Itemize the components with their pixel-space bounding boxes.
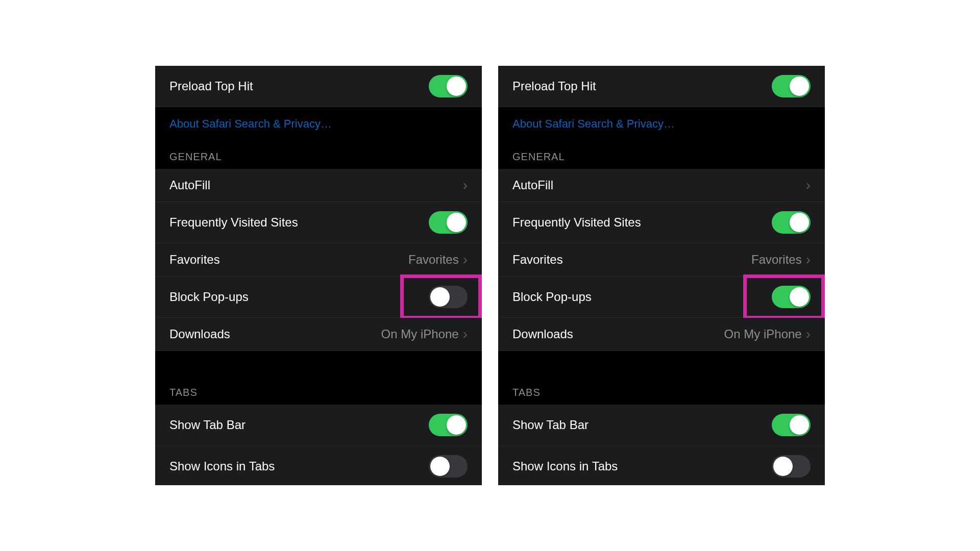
show_icons-toggle[interactable] — [772, 455, 811, 478]
autofill-row[interactable]: AutoFill› — [498, 169, 825, 202]
downloads-value: On My iPhone — [381, 327, 459, 341]
general_header: GENERAL — [498, 136, 825, 169]
toggle-knob — [430, 457, 450, 476]
downloads-row[interactable]: DownloadsOn My iPhone› — [498, 318, 825, 351]
show_tab_bar-row: Show Tab Bar — [155, 405, 482, 446]
preload_top_hit-toggle[interactable] — [429, 75, 468, 97]
preload_top_hit-row: Preload Top Hit — [498, 66, 825, 107]
block_popups-row: Block Pop-ups — [155, 277, 482, 318]
block_popups-right — [772, 286, 811, 308]
show_tab_bar-label: Show Tab Bar — [169, 418, 246, 432]
freq_visited-toggle[interactable] — [772, 211, 811, 234]
toggle-knob — [773, 457, 793, 476]
show_tab_bar-label: Show Tab Bar — [512, 418, 589, 432]
favorites-right: Favorites› — [408, 253, 468, 267]
favorites-right: Favorites› — [751, 253, 811, 267]
toggle-knob — [447, 415, 466, 435]
block_popups-label: Block Pop-ups — [169, 290, 249, 304]
toggle-knob — [790, 415, 809, 435]
freq_visited-label: Frequently Visited Sites — [512, 215, 641, 230]
autofill-label: AutoFill — [512, 178, 553, 192]
show_icons-toggle[interactable] — [429, 455, 468, 478]
preload_top_hit-row: Preload Top Hit — [155, 66, 482, 107]
freq_visited-row: Frequently Visited Sites — [155, 202, 482, 243]
chevron-right-icon: › — [463, 327, 468, 341]
autofill-row[interactable]: AutoFill› — [155, 169, 482, 202]
freq_visited-right — [429, 211, 468, 234]
freq_visited-right — [772, 211, 811, 234]
preload_top_hit-right — [772, 75, 811, 97]
favorites-row[interactable]: FavoritesFavorites› — [155, 243, 482, 277]
favorites-label: Favorites — [169, 253, 220, 267]
downloads-label: Downloads — [512, 327, 573, 341]
chevron-right-icon: › — [806, 327, 811, 341]
toggle-knob — [790, 213, 809, 232]
about_privacy-row: About Safari Search & Privacy… — [498, 107, 825, 136]
block_popups-right — [429, 286, 468, 308]
favorites-value: Favorites — [751, 253, 802, 267]
autofill-right: › — [463, 178, 468, 192]
favorites-row[interactable]: FavoritesFavorites› — [498, 243, 825, 277]
block_popups-row: Block Pop-ups — [498, 277, 825, 318]
favorites-label: Favorites — [512, 253, 563, 267]
about_privacy-row: About Safari Search & Privacy… — [155, 107, 482, 136]
toggle-knob — [790, 287, 809, 307]
show_tab_bar-row: Show Tab Bar — [498, 405, 825, 446]
show_icons-row: Show Icons in Tabs — [155, 446, 482, 485]
preload_top_hit-toggle[interactable] — [772, 75, 811, 97]
freq_visited-toggle[interactable] — [429, 211, 468, 234]
preload_top_hit-label: Preload Top Hit — [512, 79, 596, 93]
toggle-knob — [447, 77, 466, 96]
freq_visited-row: Frequently Visited Sites — [498, 202, 825, 243]
block_popups-label: Block Pop-ups — [512, 290, 592, 304]
show_tab_bar-toggle[interactable] — [772, 414, 811, 436]
show_icons-right — [429, 455, 468, 478]
show_tab_bar-right — [772, 414, 811, 436]
section-gap — [155, 351, 482, 371]
block_popups-toggle[interactable] — [772, 286, 811, 308]
favorites-value: Favorites — [408, 253, 459, 267]
show_icons-label: Show Icons in Tabs — [512, 459, 618, 473]
downloads-value: On My iPhone — [724, 327, 802, 341]
autofill-label: AutoFill — [169, 178, 210, 192]
show_icons-label: Show Icons in Tabs — [169, 459, 275, 473]
show_icons-right — [772, 455, 811, 478]
toggle-knob — [447, 213, 466, 232]
autofill-right: › — [806, 178, 811, 192]
preload_top_hit-label: Preload Top Hit — [169, 79, 253, 93]
chevron-right-icon: › — [806, 178, 811, 192]
comparison-container: Preload Top HitAbout Safari Search & Pri… — [117, 66, 863, 485]
chevron-right-icon: › — [806, 253, 811, 267]
block_popups-toggle[interactable] — [429, 286, 468, 308]
show_tab_bar-right — [429, 414, 468, 436]
about_privacy-link[interactable]: About Safari Search & Privacy… — [169, 117, 332, 130]
tabs_header: TABS — [498, 371, 825, 405]
show_icons-row: Show Icons in Tabs — [498, 446, 825, 485]
about_privacy-link[interactable]: About Safari Search & Privacy… — [512, 117, 675, 130]
toggle-knob — [790, 77, 809, 96]
downloads-row[interactable]: DownloadsOn My iPhone› — [155, 318, 482, 351]
toggle-knob — [430, 287, 450, 307]
settings-screen-right: Preload Top HitAbout Safari Search & Pri… — [498, 66, 825, 485]
chevron-right-icon: › — [463, 178, 468, 192]
downloads-label: Downloads — [169, 327, 230, 341]
preload_top_hit-right — [429, 75, 468, 97]
show_tab_bar-toggle[interactable] — [429, 414, 468, 436]
tabs_header: TABS — [155, 371, 482, 405]
section-gap — [498, 351, 825, 371]
general_header: GENERAL — [155, 136, 482, 169]
downloads-right: On My iPhone› — [381, 327, 468, 341]
downloads-right: On My iPhone› — [724, 327, 811, 341]
settings-screen-left: Preload Top HitAbout Safari Search & Pri… — [155, 66, 482, 485]
chevron-right-icon: › — [463, 253, 468, 267]
freq_visited-label: Frequently Visited Sites — [169, 215, 298, 230]
